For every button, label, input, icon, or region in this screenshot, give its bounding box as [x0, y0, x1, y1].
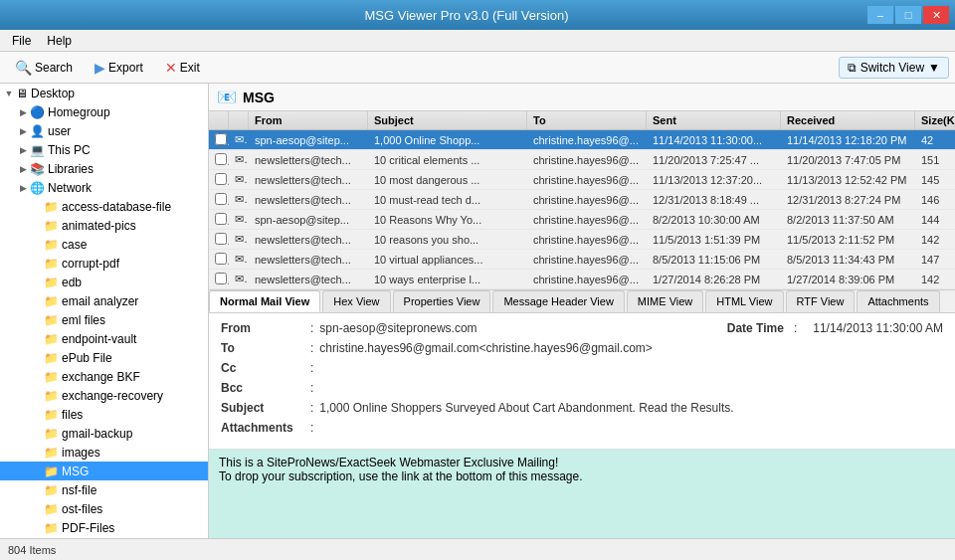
menu-help[interactable]: Help [39, 32, 80, 50]
email-checkbox[interactable] [209, 211, 229, 229]
email-checkbox[interactable] [209, 251, 229, 269]
tab-properties[interactable]: Properties View [393, 290, 491, 312]
sidebar: ▼🖥Desktop▶🔵Homegroup▶👤user▶💻This PC▶📚Lib… [0, 84, 209, 538]
email-row[interactable]: ✉newsletters@tech...10 must-read tech d.… [209, 190, 955, 210]
search-button[interactable]: 🔍 Search [6, 56, 82, 80]
mail-body-line2: To drop your subscription, use the link … [219, 469, 945, 483]
email-row[interactable]: ✉newsletters@tech...10 virtual appliance… [209, 250, 955, 270]
export-button[interactable]: ▶ Export [86, 56, 152, 80]
header-size[interactable]: Size(KB) [915, 111, 955, 129]
sidebar-item-exchange-recovery[interactable]: 📁exchange-recovery [0, 386, 208, 405]
from-row: From : spn-aesop@sitepronews.com Date Ti… [221, 321, 943, 335]
email-icon: ✉ [229, 251, 249, 268]
tab-rtf[interactable]: RTF View [786, 290, 856, 312]
email-sent: 1/27/2014 8:26:28 PM [647, 272, 781, 287]
minimize-button[interactable]: – [867, 6, 893, 24]
sidebar-item-nsf-file[interactable]: 📁nsf-file [0, 480, 208, 499]
header-icon[interactable] [229, 111, 249, 129]
email-checkbox[interactable] [209, 171, 229, 189]
folder-icon-corrupt-pdf: 📁 [44, 257, 59, 271]
header-check[interactable] [209, 111, 229, 129]
sidebar-item-epub-file[interactable]: 📁ePub File [0, 348, 208, 367]
sidebar-item-homegroup[interactable]: ▶🔵Homegroup [0, 102, 208, 121]
header-received[interactable]: Received [781, 111, 915, 129]
maximize-button[interactable]: □ [895, 6, 921, 24]
tab-html[interactable]: HTML View [705, 290, 783, 312]
folder-icon-libraries: 📚 [30, 162, 45, 176]
email-row[interactable]: ✉newsletters@tech...10 most dangerous ..… [209, 170, 955, 190]
sidebar-item-msg[interactable]: 📁MSG [0, 462, 208, 480]
sidebar-item-user[interactable]: ▶👤user [0, 121, 208, 140]
menu-file[interactable]: File [4, 32, 39, 50]
sidebar-item-images[interactable]: 📁images [0, 443, 208, 462]
email-sent: 12/31/2013 8:18:49 ... [647, 192, 781, 208]
expand-icon-libraries[interactable]: ▶ [16, 164, 30, 174]
bcc-row: Bcc : [221, 381, 943, 395]
sidebar-item-gmail-backup[interactable]: 📁gmail-backup [0, 424, 208, 443]
email-checkbox[interactable] [209, 271, 229, 288]
sidebar-item-desktop[interactable]: ▼🖥Desktop [0, 84, 208, 102]
email-size: 151 [915, 152, 955, 168]
to-row: To : christine.hayes96@gmail.com<christi… [221, 341, 943, 355]
sidebar-item-case[interactable]: 📁case [0, 235, 208, 254]
email-row[interactable]: ✉newsletters@tech...10 reasons you sho..… [209, 230, 955, 250]
sidebar-item-endpoint-vault[interactable]: 📁endpoint-vault [0, 329, 208, 348]
close-button[interactable]: ✕ [923, 6, 949, 24]
email-received: 11/20/2013 7:47:05 PM [781, 152, 915, 168]
email-sent: 11/20/2013 7:25:47 ... [647, 152, 781, 168]
sidebar-item-eml-files[interactable]: 📁eml files [0, 310, 208, 329]
email-row[interactable]: ✉newsletters@tech...10 ways enterprise l… [209, 270, 955, 289]
email-checkbox[interactable] [209, 191, 229, 209]
email-size: 144 [915, 212, 955, 228]
tab-attachments[interactable]: Attachments [857, 290, 939, 312]
header-from[interactable]: From [249, 111, 368, 129]
sidebar-item-network[interactable]: ▶🌐Network [0, 178, 208, 197]
expand-icon-network[interactable]: ▶ [16, 183, 30, 193]
from-value: spn-aesop@sitepronews.com [319, 321, 726, 335]
header-to[interactable]: To [527, 111, 647, 129]
email-list[interactable]: From Subject To Sent Received Size(KB) ✉… [209, 111, 955, 290]
exit-button[interactable]: ✕ Exit [156, 56, 209, 80]
export-icon: ▶ [95, 60, 105, 76]
email-from: spn-aesop@sitep... [249, 132, 368, 148]
header-sent[interactable]: Sent [647, 111, 781, 129]
tab-messageheader[interactable]: Message Header View [492, 290, 624, 312]
toolbar-right: ⧉ Switch View ▼ [839, 57, 949, 79]
sidebar-item-pdf-files[interactable]: 📁PDF-Files [0, 518, 208, 537]
email-checkbox[interactable] [209, 231, 229, 249]
cc-row: Cc : [221, 361, 943, 375]
email-icon: ✉ [229, 231, 249, 248]
sidebar-item-libraries[interactable]: ▶📚Libraries [0, 159, 208, 178]
expand-icon-user[interactable]: ▶ [16, 126, 30, 136]
tab-normal[interactable]: Normal Mail View [209, 290, 320, 312]
sidebar-item-animated-pics[interactable]: 📁animated-pics [0, 216, 208, 235]
cc-label: Cc [221, 361, 310, 375]
email-to: christine.hayes96@... [527, 192, 647, 208]
sidebar-item-corrupt-pdf[interactable]: 📁corrupt-pdf [0, 254, 208, 273]
sidebar-item-edb[interactable]: 📁edb [0, 273, 208, 291]
email-checkbox[interactable] [209, 151, 229, 169]
switch-view-button[interactable]: ⧉ Switch View ▼ [839, 57, 949, 79]
header-subject[interactable]: Subject [368, 111, 527, 129]
tab-mime[interactable]: MIME View [627, 290, 703, 312]
sidebar-item-ost-files[interactable]: 📁ost-files [0, 499, 208, 518]
expand-icon-homegroup[interactable]: ▶ [16, 107, 30, 117]
email-to: christine.hayes96@... [527, 132, 647, 148]
email-sent: 8/2/2013 10:30:00 AM [647, 212, 781, 228]
expand-icon-desktop[interactable]: ▼ [2, 89, 16, 98]
sidebar-item-thispc[interactable]: ▶💻This PC [0, 140, 208, 159]
sidebar-item-email-analyzer[interactable]: 📁email analyzer [0, 291, 208, 310]
email-subject: 10 most dangerous ... [368, 172, 527, 188]
sidebar-item-files[interactable]: 📁files [0, 405, 208, 424]
sidebar-item-access-database-file[interactable]: 📁access-database-file [0, 197, 208, 216]
folder-icon-endpoint-vault: 📁 [44, 332, 59, 346]
tab-hex[interactable]: Hex View [322, 290, 390, 312]
email-checkbox[interactable] [209, 131, 229, 149]
sidebar-label-exchange-bkf: exchange BKF [62, 370, 140, 384]
expand-icon-thispc[interactable]: ▶ [16, 145, 30, 155]
email-row[interactable]: ✉newsletters@tech...10 critical elements… [209, 150, 955, 170]
email-row[interactable]: ✉spn-aesop@sitep...10 Reasons Why Yo...c… [209, 210, 955, 230]
email-sent: 11/13/2013 12:37:20... [647, 172, 781, 188]
email-row[interactable]: ✉spn-aesop@sitep...1,000 Online Shopp...… [209, 130, 955, 150]
sidebar-item-exchange-bkf[interactable]: 📁exchange BKF [0, 367, 208, 386]
